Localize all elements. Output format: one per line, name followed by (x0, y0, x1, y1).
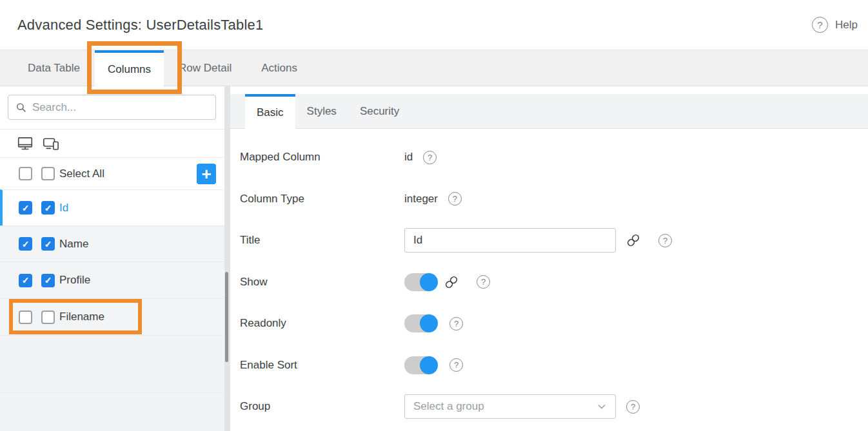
help-button[interactable]: ? Help (812, 17, 858, 33)
chevron-down-icon (597, 401, 607, 412)
content-area: ✓ ✓ Select All + ✓ ✓ Id ✓ ✓ Name ✓ ✓ Pro… (0, 86, 868, 431)
main-tab-bar: Data Table Columns Row Detail Actions (0, 50, 868, 86)
advanced-settings-dialog: Advanced Settings: UserDetailsTable1 ? H… (0, 0, 868, 431)
tab-actions[interactable]: Actions (246, 50, 312, 86)
mapped-column-label: Mapped Column (240, 151, 404, 164)
device-visibility-row (0, 129, 224, 157)
link-binding-icon[interactable] (626, 233, 640, 247)
enable-sort-label: Enable Sort (240, 359, 404, 372)
column-type-label: Column Type (240, 193, 404, 206)
scrollbar-thumb[interactable] (225, 272, 228, 362)
select-all-mobile-checkbox[interactable]: ✓ (41, 167, 55, 180)
columns-sidebar: ✓ ✓ Select All + ✓ ✓ Id ✓ ✓ Name ✓ ✓ Pro… (0, 86, 224, 431)
help-icon[interactable]: ? (423, 151, 437, 164)
tab-columns[interactable]: Columns (95, 50, 164, 86)
sidebar-scrollbar[interactable] (224, 86, 230, 431)
page-title: Advanced Settings: UserDetailsTable1 (17, 17, 812, 34)
help-icon[interactable]: ? (626, 400, 640, 414)
filename-mobile-checkbox[interactable]: ✓ (41, 311, 55, 324)
group-row: Group Select a group ? (230, 386, 868, 428)
readonly-toggle[interactable] (404, 314, 438, 332)
column-label: Filename (59, 311, 104, 323)
column-label: Profile (59, 274, 90, 287)
id-web-checkbox[interactable]: ✓ (19, 201, 32, 215)
search-input[interactable] (32, 101, 210, 114)
profile-web-checkbox[interactable]: ✓ (19, 274, 32, 287)
devices-icon[interactable] (42, 135, 61, 152)
column-label: Name (59, 238, 88, 251)
mapped-column-row: Mapped Column id ? (230, 137, 868, 178)
panel-tab-bar: Basic Styles Security (230, 94, 868, 129)
column-settings-panel: Basic Styles Security Mapped Column id ?… (230, 86, 868, 431)
search-box (8, 95, 216, 120)
group-select[interactable]: Select a group (404, 394, 616, 419)
show-row: Show ? (230, 262, 868, 303)
desktop-icon[interactable] (17, 135, 34, 152)
show-toggle[interactable] (404, 273, 438, 291)
column-type-value: integer (404, 193, 438, 206)
select-all-row: ✓ ✓ Select All + (0, 157, 224, 189)
name-web-checkbox[interactable]: ✓ (19, 237, 32, 251)
help-icon: ? (812, 17, 828, 33)
column-row-profile[interactable]: ✓ ✓ Profile (0, 262, 224, 298)
column-label: Id (59, 202, 68, 215)
show-label: Show (240, 276, 404, 289)
enable-sort-toggle[interactable] (404, 356, 438, 374)
enable-sort-row: Enable Sort ? (230, 345, 868, 387)
tab-row-detail[interactable]: Row Detail (164, 50, 246, 86)
dialog-header: Advanced Settings: UserDetailsTable1 ? H… (0, 0, 868, 50)
help-icon[interactable]: ? (658, 234, 672, 247)
select-all-web-checkbox[interactable]: ✓ (19, 167, 32, 180)
tab-styles[interactable]: Styles (295, 94, 348, 128)
filename-web-checkbox[interactable]: ✓ (19, 311, 32, 324)
basic-settings-form: Mapped Column id ? Column Type integer ?… (230, 129, 868, 428)
link-binding-icon[interactable] (444, 275, 459, 289)
help-label: Help (835, 19, 858, 32)
group-label: Group (240, 400, 404, 413)
help-icon[interactable]: ? (448, 192, 462, 206)
readonly-row: Readonly ? (230, 303, 868, 345)
divider (0, 392, 224, 393)
column-row-name[interactable]: ✓ ✓ Name (0, 225, 224, 262)
help-icon[interactable]: ? (449, 317, 463, 330)
title-label: Title (240, 234, 404, 247)
tab-basic[interactable]: Basic (245, 94, 295, 129)
id-mobile-checkbox[interactable]: ✓ (41, 201, 55, 215)
column-row-filename[interactable]: ✓ ✓ Filename (0, 298, 224, 335)
sidebar-empty-area (0, 335, 224, 431)
help-icon[interactable]: ? (449, 358, 463, 372)
readonly-label: Readonly (240, 317, 404, 330)
group-select-placeholder: Select a group (413, 400, 484, 413)
select-all-label: Select All (59, 168, 104, 180)
column-type-row: Column Type integer ? (230, 178, 868, 220)
search-section (0, 86, 224, 129)
search-icon (15, 102, 26, 113)
add-column-button[interactable]: + (197, 164, 216, 184)
mapped-column-value: id (404, 151, 413, 164)
tab-security[interactable]: Security (348, 94, 411, 128)
title-input[interactable] (404, 228, 616, 253)
tab-data-table[interactable]: Data Table (13, 50, 95, 86)
name-mobile-checkbox[interactable]: ✓ (41, 237, 55, 251)
column-row-id[interactable]: ✓ ✓ Id (0, 189, 224, 225)
help-icon[interactable]: ? (477, 275, 490, 289)
title-row: Title ? (230, 220, 868, 262)
profile-mobile-checkbox[interactable]: ✓ (41, 274, 55, 287)
